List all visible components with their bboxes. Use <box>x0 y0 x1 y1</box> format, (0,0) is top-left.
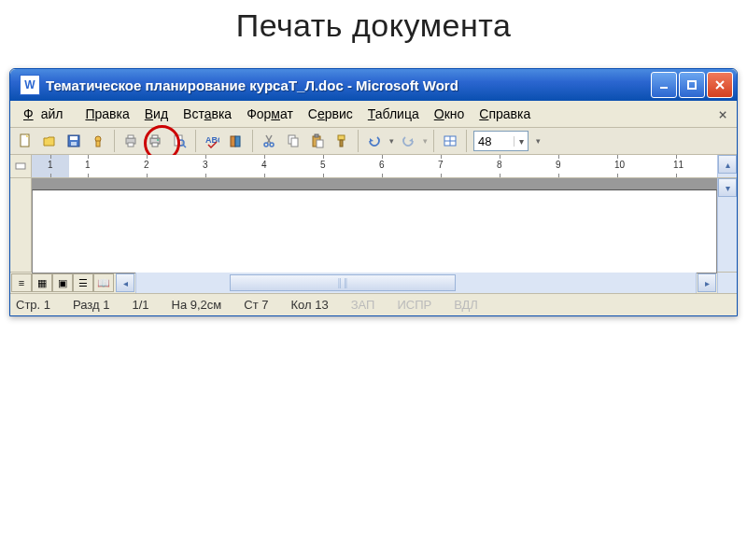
svg-rect-14 <box>152 135 158 138</box>
menu-window[interactable]: Окно <box>427 104 472 124</box>
menu-table[interactable]: Таблица <box>360 104 427 124</box>
undo-dropdown[interactable]: ▾ <box>388 130 395 152</box>
svg-rect-22 <box>235 136 240 147</box>
title-bar[interactable]: W Тематическое планирование курсаТ_Л.doc… <box>10 69 737 101</box>
document-area: ▾ <box>10 178 737 272</box>
scroll-down-button[interactable]: ▾ <box>718 178 737 197</box>
scroll-up-button[interactable]: ▴ <box>718 155 737 174</box>
horizontal-scrollbar[interactable]: ║║ <box>135 273 697 293</box>
status-page: Стр. 1 <box>16 298 50 312</box>
format-painter-icon[interactable] <box>331 130 353 152</box>
vertical-scrollbar[interactable]: ▾ <box>717 178 737 272</box>
save-icon[interactable] <box>63 130 85 152</box>
redo-dropdown[interactable]: ▾ <box>421 130 429 152</box>
undo-icon[interactable] <box>363 130 386 152</box>
close-button[interactable] <box>707 72 733 98</box>
status-section: Разд 1 <box>73 298 109 312</box>
hscroll-thumb[interactable]: ║║ <box>230 274 456 291</box>
vertical-ruler[interactable] <box>10 178 32 272</box>
zoom-dropdown-icon[interactable]: ▾ <box>514 136 528 147</box>
menu-tools[interactable]: Сервис <box>301 104 360 124</box>
reading-view-icon[interactable]: 📖 <box>93 273 114 292</box>
word-window: W Тематическое планирование курсаТ_Л.doc… <box>9 68 738 316</box>
outline-view-icon[interactable]: ☰ <box>73 273 93 292</box>
maximize-button[interactable] <box>679 72 705 98</box>
ruler-corner-icon[interactable] <box>10 155 32 177</box>
svg-rect-7 <box>71 142 77 146</box>
print-preview-icon[interactable] <box>168 130 190 152</box>
permissions-icon[interactable] <box>87 130 109 152</box>
spellcheck-icon[interactable]: ABC <box>201 130 223 152</box>
zoom-combo[interactable]: ▾ <box>473 131 529 151</box>
svg-rect-33 <box>340 140 343 147</box>
svg-rect-6 <box>70 136 78 140</box>
svg-rect-12 <box>128 143 134 147</box>
hscroll-left-button[interactable]: ◂ <box>116 273 134 292</box>
status-ext[interactable]: ВДЛ <box>454 298 478 312</box>
ruler-tick: 8 <box>497 160 502 170</box>
svg-point-26 <box>270 143 274 147</box>
paste-icon[interactable] <box>306 130 329 152</box>
page-heading: Печать документа <box>0 0 747 49</box>
svg-line-19 <box>183 145 186 147</box>
ruler-tick: 3 <box>203 160 208 170</box>
svg-rect-0 <box>660 87 668 89</box>
print-layout-view-icon[interactable]: ▣ <box>52 273 73 292</box>
close-document-button[interactable]: × <box>714 105 731 123</box>
status-col: Кол 13 <box>290 298 328 312</box>
svg-rect-11 <box>128 135 134 138</box>
ruler-tick: 4 <box>261 160 267 170</box>
print-icon[interactable] <box>144 130 166 152</box>
menu-edit[interactable]: Правка <box>78 104 136 124</box>
svg-point-16 <box>157 139 159 141</box>
ruler-tick: 7 <box>438 160 444 170</box>
normal-view-icon[interactable]: ≡ <box>11 273 32 292</box>
svg-text:ABC: ABC <box>205 135 219 145</box>
svg-rect-32 <box>338 135 345 140</box>
menu-insert[interactable]: Вставка <box>176 104 239 124</box>
cut-icon[interactable] <box>258 130 280 152</box>
page-canvas[interactable] <box>32 178 717 272</box>
window-title: Тематическое планирование курсаТ_Л.doc -… <box>46 77 649 93</box>
menu-bar: Файл Правка Вид Вставка Формат Сервис Та… <box>10 101 737 128</box>
zoom-input[interactable] <box>474 134 514 148</box>
status-bar: Стр. 1 Разд 1 1/1 На 9,2см Ст 7 Кол 13 З… <box>10 293 737 315</box>
new-doc-icon[interactable] <box>14 130 36 152</box>
hscroll-right-button[interactable]: ▸ <box>698 273 716 292</box>
svg-rect-21 <box>231 136 235 147</box>
status-rec[interactable]: ЗАП <box>351 298 375 312</box>
word-app-icon: W <box>20 75 40 95</box>
ruler-tick: 9 <box>556 160 561 170</box>
svg-rect-1 <box>688 81 696 89</box>
menu-help[interactable]: Справка <box>472 104 538 124</box>
open-icon[interactable] <box>38 130 61 152</box>
status-trk[interactable]: ИСПР <box>397 298 431 312</box>
menu-file[interactable]: Файл <box>16 104 78 124</box>
toolbar-overflow[interactable]: ▾ <box>534 130 542 152</box>
minimize-button[interactable] <box>651 72 677 98</box>
horizontal-scroll-row: ≡ ▦ ▣ ☰ 📖 ◂ ║║ ▸ <box>10 272 737 293</box>
svg-rect-37 <box>16 163 25 169</box>
svg-rect-28 <box>291 138 298 147</box>
menu-view[interactable]: Вид <box>137 104 176 124</box>
ruler-tick: 1 <box>85 160 91 170</box>
web-layout-view-icon[interactable]: ▦ <box>32 273 52 292</box>
research-icon[interactable] <box>225 130 247 152</box>
ruler-tick: 6 <box>379 160 385 170</box>
standard-toolbar: ABC ▾ ▾ ▾ ▾ <box>10 128 737 155</box>
ruler-tick: 11 <box>673 160 684 170</box>
menu-format[interactable]: Формат <box>239 104 301 124</box>
tables-borders-icon[interactable] <box>439 130 461 152</box>
horizontal-ruler[interactable]: 1 1 2 3 4 5 6 7 8 9 10 11 <box>32 155 717 177</box>
svg-rect-30 <box>315 134 318 137</box>
ruler-tick: 2 <box>144 160 149 170</box>
status-pages: 1/1 <box>132 298 148 312</box>
page <box>32 189 717 273</box>
redo-icon[interactable] <box>397 130 419 152</box>
svg-point-25 <box>264 143 268 147</box>
copy-icon[interactable] <box>282 130 304 152</box>
vscroll-top-area: ▴ <box>717 155 737 177</box>
print-direct-icon[interactable] <box>120 130 142 152</box>
svg-rect-31 <box>317 140 323 147</box>
ruler-tick: 10 <box>614 160 625 170</box>
